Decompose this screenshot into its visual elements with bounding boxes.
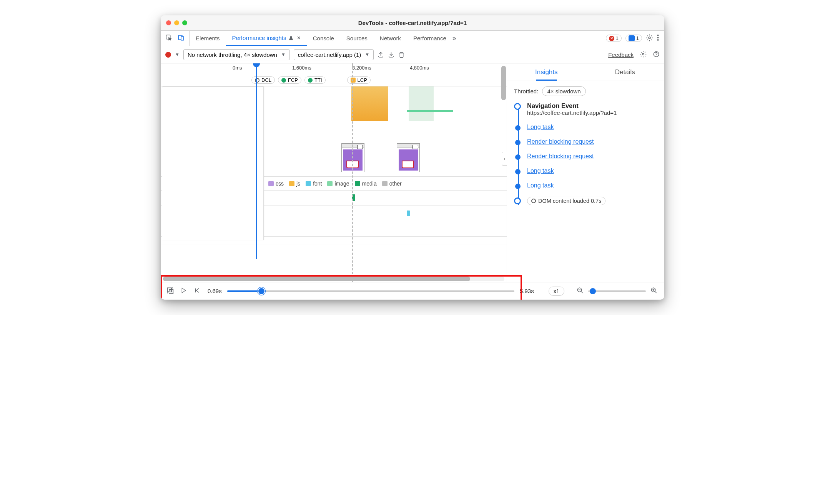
playhead[interactable] <box>256 63 260 259</box>
timeline-panel[interactable]: 0ms 1,600ms 3,200ms 4,800ms DCL FCP TTI … <box>161 63 507 282</box>
kebab-menu-icon[interactable] <box>657 34 659 42</box>
insight-link[interactable]: Render blocking request <box>527 153 594 160</box>
panel-settings-icon[interactable] <box>640 51 647 59</box>
import-icon[interactable] <box>388 51 394 58</box>
insights-toolbar: ▼ No network throttling, 4× slowdown▼ co… <box>161 46 664 63</box>
layers-icon[interactable] <box>166 287 174 296</box>
zoom-thumb-icon[interactable] <box>590 288 596 294</box>
titlebar: DevTools - coffee-cart.netlify.app/?ad=1 <box>161 15 664 31</box>
legend-css: css <box>268 181 284 187</box>
content-area: 0ms 1,600ms 3,200ms 4,800ms DCL FCP TTI … <box>161 63 664 282</box>
timeline-node-icon <box>515 140 521 145</box>
insight-item: Long task <box>527 182 657 189</box>
svg-rect-2 <box>181 36 184 40</box>
timeline-node-icon <box>514 197 521 204</box>
insight-link[interactable]: Long task <box>527 124 554 131</box>
rewind-icon[interactable] <box>194 287 201 295</box>
marker-tti[interactable]: TTI <box>304 76 326 84</box>
delete-icon[interactable] <box>398 51 405 58</box>
svg-line-19 <box>655 291 657 293</box>
svg-point-4 <box>657 35 659 36</box>
playback-speed[interactable]: x1 <box>549 287 564 296</box>
inspect-icon[interactable] <box>165 34 172 42</box>
svg-line-15 <box>581 291 583 293</box>
legend-js: js <box>289 181 300 187</box>
tab-elements[interactable]: Elements <box>190 31 226 46</box>
timeline-node-icon <box>515 125 521 131</box>
legend-font: font <box>306 181 322 187</box>
insight-link[interactable]: Long task <box>527 167 554 174</box>
more-tabs-icon[interactable]: » <box>452 34 456 42</box>
legend-other: other <box>382 181 402 187</box>
slider-thumb-icon[interactable] <box>258 287 265 295</box>
screenshot-thumb[interactable] <box>397 143 420 172</box>
markers-row: DCL FCP TTI LCP <box>161 74 507 86</box>
throttle-select[interactable]: No network throttling, 4× slowdown▼ <box>183 49 290 60</box>
vertical-scrollbar[interactable] <box>501 66 506 100</box>
tab-details[interactable]: Details <box>586 63 665 81</box>
svg-point-5 <box>657 37 659 38</box>
svg-point-6 <box>657 39 659 41</box>
sidebar-tabs: Insights Details <box>507 63 664 81</box>
playback-footer: 0.69s 5.93s x1 <box>161 282 664 300</box>
feedback-link[interactable]: Feedback <box>608 51 634 58</box>
playback-end-time: 5.93s <box>520 288 534 294</box>
timeline-node-icon <box>515 169 521 174</box>
tab-console[interactable]: Console <box>307 31 340 46</box>
marker-lcp[interactable]: LCP <box>347 76 371 84</box>
marker-dcl[interactable]: DCL <box>251 76 275 84</box>
errors-badge[interactable]: ✕1 <box>606 35 622 42</box>
close-tab-icon[interactable]: × <box>296 35 300 41</box>
help-icon[interactable] <box>653 51 660 59</box>
time-ruler[interactable]: 0ms 1,600ms 3,200ms 4,800ms <box>161 63 507 74</box>
tab-insights[interactable]: Insights <box>507 63 586 81</box>
export-icon[interactable] <box>378 51 384 58</box>
insight-link[interactable]: Long task <box>527 182 554 189</box>
insight-dom-loaded: DOM content loaded 0.7s <box>527 197 657 205</box>
insight-item: Long task <box>527 124 657 131</box>
dom-content-pill[interactable]: DOM content loaded 0.7s <box>527 197 605 205</box>
svg-marker-11 <box>182 288 185 293</box>
devtools-window: DevTools - coffee-cart.netlify.app/?ad=1… <box>161 15 664 300</box>
horizontal-scrollbar[interactable] <box>163 277 504 281</box>
sidebar-expand-icon[interactable]: › <box>502 152 507 166</box>
timeline-node-icon <box>514 103 521 110</box>
marker-fcp[interactable]: FCP <box>278 76 301 84</box>
tab-network[interactable]: Network <box>374 31 407 46</box>
window-title: DevTools - coffee-cart.netlify.app/?ad=1 <box>161 20 664 26</box>
timeline-node-icon <box>515 184 521 189</box>
svg-rect-9 <box>167 288 171 292</box>
insights-sidebar: › Insights Details Throttled: 4× slowdow… <box>507 63 664 282</box>
main-toolbar: Elements Performance insights × Console … <box>161 31 664 46</box>
throttle-pill[interactable]: 4× slowdown <box>542 86 585 96</box>
recording-select[interactable]: coffee-cart.netlify.app (1)▼ <box>294 49 374 60</box>
throttled-row: Throttled: 4× slowdown <box>514 86 657 96</box>
tab-sources[interactable]: Sources <box>340 31 374 46</box>
svg-line-10 <box>167 287 173 293</box>
zoom-slider[interactable] <box>588 290 646 292</box>
legend-image: image <box>327 181 349 187</box>
insight-item: Render blocking request <box>527 138 657 145</box>
timeline-node-icon <box>515 154 521 160</box>
messages-badge[interactable]: 1 <box>625 35 642 42</box>
play-icon[interactable] <box>181 287 187 295</box>
record-dropdown-icon[interactable]: ▼ <box>175 52 180 57</box>
insight-link[interactable]: Render blocking request <box>527 138 594 145</box>
legend-media: media <box>355 181 377 187</box>
tab-performance-insights[interactable]: Performance insights × <box>226 31 307 46</box>
record-button[interactable] <box>165 52 171 58</box>
playback-start-time: 0.69s <box>208 288 222 294</box>
insight-item: Long task <box>527 167 657 174</box>
zoom-out-icon[interactable] <box>577 287 584 295</box>
overview-overlay <box>162 86 264 240</box>
flask-icon <box>288 35 294 41</box>
device-toggle-icon[interactable] <box>178 34 185 42</box>
zoom-in-icon[interactable] <box>650 287 657 295</box>
settings-icon[interactable] <box>646 34 653 43</box>
screenshot-thumb[interactable] <box>341 143 364 172</box>
playback-slider[interactable] <box>227 290 514 292</box>
insight-item: Render blocking request <box>527 153 657 160</box>
tab-performance[interactable]: Performance <box>407 31 452 46</box>
svg-point-7 <box>642 53 644 55</box>
resource-chip[interactable] <box>407 211 410 216</box>
